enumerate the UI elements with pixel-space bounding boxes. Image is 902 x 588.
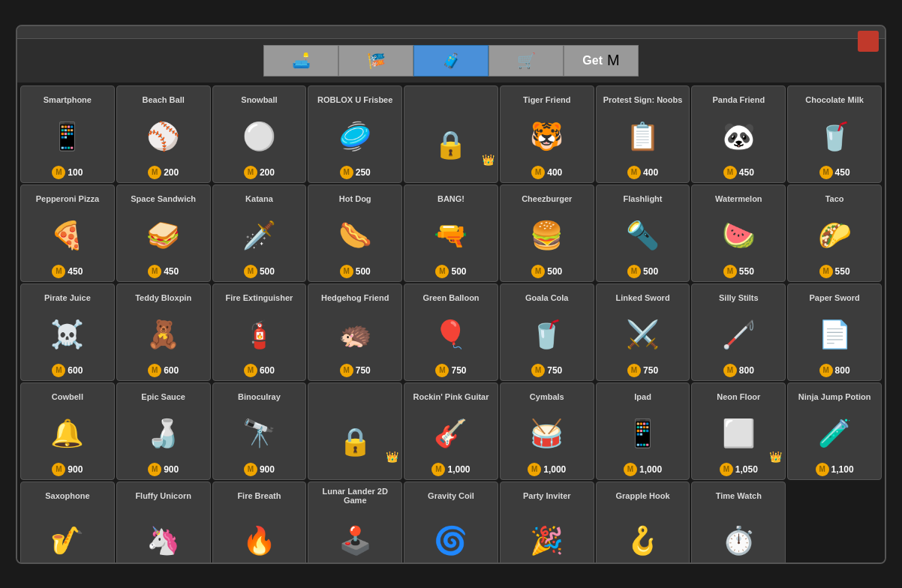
tab-bar: 🛋️ 🎏 🧳 🛒 Get M <box>17 39 885 82</box>
item-card[interactable]: Ninja Jump Potion🧪M1,100 <box>787 382 882 480</box>
item-card[interactable]: Linked Sword⚔️M750 <box>596 284 690 381</box>
item-card[interactable]: Pepperoni Pizza🍕M450 <box>20 184 115 282</box>
item-card[interactable]: Rockin' Pink Guitar🎸M1,000 <box>404 382 498 480</box>
coin-icon: M <box>340 265 353 278</box>
coin-icon: M <box>435 364 449 377</box>
item-price: M500 <box>627 265 658 278</box>
item-image: 🎸 <box>407 407 495 460</box>
crown-badge: 👑 <box>482 154 495 166</box>
coin-icon: M <box>531 364 545 377</box>
price-value: 900 <box>260 464 275 475</box>
item-image: 🕹️ <box>311 506 398 562</box>
price-value: 1,000 <box>639 464 662 475</box>
item-card[interactable]: Grapple Hook🪝 <box>596 482 690 562</box>
item-image: 🔒 <box>407 110 495 179</box>
item-card[interactable]: Pirate Juice☠️M600 <box>20 284 115 381</box>
item-price: M400 <box>531 166 562 179</box>
item-card[interactable]: Fluffy Unicorn🦄 <box>116 482 211 562</box>
coin-icon: M <box>624 463 637 476</box>
tab-decorations[interactable]: 🎏 <box>338 45 413 76</box>
item-image: 🍶 <box>120 407 207 460</box>
coin-icon: M <box>52 364 65 377</box>
item-image: ⚔️ <box>600 308 687 361</box>
item-card[interactable]: 🔒👑 <box>404 86 498 183</box>
item-card[interactable]: Cymbals🥁M1,000 <box>500 382 594 480</box>
item-image: 🔥 <box>216 506 303 562</box>
item-image: 🌀 <box>407 506 495 562</box>
item-card[interactable]: Teddy Bloxpin🧸M600 <box>116 284 211 381</box>
item-card[interactable]: Hot Dog🌭M500 <box>308 184 402 282</box>
item-price: M500 <box>244 265 275 278</box>
item-image: 📋 <box>600 110 687 163</box>
item-card[interactable]: 🔒👑 <box>308 382 402 480</box>
price-value: 200 <box>260 167 275 178</box>
item-card[interactable]: Cheezburger🍔M500 <box>500 184 594 282</box>
item-card[interactable]: Epic Sauce🍶M900 <box>116 382 211 480</box>
item-price: M1,000 <box>528 463 566 476</box>
item-price: M900 <box>52 463 83 476</box>
close-button[interactable] <box>858 31 879 52</box>
item-name: Protest Sign: Noobs <box>603 89 683 110</box>
item-card[interactable]: Tiger Friend🐯M400 <box>500 86 594 183</box>
item-card[interactable]: Saxophone🎷 <box>20 482 115 562</box>
item-name: Tiger Friend <box>523 89 570 110</box>
price-value: 400 <box>643 167 658 178</box>
coin-icon: M <box>720 463 733 476</box>
item-card[interactable]: Smartphone📱M100 <box>20 86 115 183</box>
item-price: M900 <box>148 463 179 476</box>
coin-icon: M <box>723 265 737 278</box>
item-card[interactable]: ROBLOX U Frisbee🥏M250 <box>308 86 402 183</box>
item-name: Teddy Bloxpin <box>135 287 191 308</box>
item-card[interactable]: Snowball⚪M200 <box>212 86 307 183</box>
item-name: Hot Dog <box>339 188 371 209</box>
item-card[interactable]: Beach Ball⚾M200 <box>116 86 211 183</box>
coin-icon: M <box>148 166 161 179</box>
item-card[interactable]: Neon Floor⬜M1,050👑 <box>691 382 786 480</box>
item-card[interactable]: Panda Friend🐼M450 <box>691 86 786 183</box>
tab-gear[interactable]: 🧳 <box>413 45 489 76</box>
item-image: 🪝 <box>600 506 687 562</box>
item-card[interactable]: Fire Breath🔥 <box>212 482 307 562</box>
item-card[interactable]: Gravity Coil🌀 <box>404 482 498 562</box>
item-card[interactable]: Space Sandwich🥪M450 <box>116 184 211 282</box>
item-card[interactable]: Flashlight🔦M500 <box>596 184 690 282</box>
item-image: 🥤 <box>504 308 591 361</box>
items-grid: Smartphone📱M100Beach Ball⚾M200Snowball⚪M… <box>17 82 885 562</box>
tab-shop[interactable]: 🛒 <box>489 45 564 76</box>
item-card[interactable]: Katana🗡️M500 <box>212 184 307 282</box>
item-card[interactable]: Ipad📱M1,000 <box>596 382 690 480</box>
tab-furniture[interactable]: 🛋️ <box>263 45 338 76</box>
item-name: Epic Sauce <box>141 386 185 407</box>
item-card[interactable]: Protest Sign: Noobs📋M400 <box>596 86 690 183</box>
item-image: 🔫 <box>407 209 495 262</box>
item-card[interactable]: Time Watch⏱️ <box>691 482 786 562</box>
price-value: 450 <box>68 266 83 277</box>
item-card[interactable]: BANG!🔫M500 <box>404 184 498 282</box>
item-card[interactable]: Goala Cola🥤M750 <box>500 284 594 381</box>
item-card[interactable]: Cowbell🔔M900 <box>20 382 115 480</box>
item-price: M450 <box>723 166 754 179</box>
item-card[interactable]: Hedgehog Friend🦔M750 <box>308 284 402 381</box>
item-card[interactable]: Binoculray🔭M900 <box>212 382 307 480</box>
item-card[interactable]: Lunar Lander 2D Game🕹️ <box>308 482 402 562</box>
item-card[interactable]: Taco🌮M550 <box>787 184 882 282</box>
item-card[interactable]: Fire Extinguisher🧯M600 <box>212 284 307 381</box>
item-name: Fire Extinguisher <box>226 287 293 308</box>
item-card[interactable]: Chocolate Milk🥤M450 <box>787 86 882 183</box>
item-card[interactable]: Green Balloon🎈M750 <box>404 284 498 381</box>
item-card[interactable]: Watermelon🍉M550 <box>691 184 786 282</box>
coin-icon: M <box>244 166 257 179</box>
item-image: 🎷 <box>24 506 111 562</box>
item-card[interactable]: Party Inviter🎉 <box>500 482 594 562</box>
price-value: 1,050 <box>735 464 758 475</box>
item-card[interactable]: Paper Sword📄M800 <box>787 284 882 381</box>
item-card[interactable]: Silly Stilts🦯M800 <box>691 284 786 381</box>
price-value: 250 <box>356 167 371 178</box>
item-name: Taco <box>825 188 844 209</box>
item-price: M750 <box>531 364 562 377</box>
item-name: ROBLOX U Frisbee <box>317 89 392 110</box>
item-image: 🌭 <box>311 209 398 262</box>
item-image: ⚪ <box>216 110 303 163</box>
item-price: M1,000 <box>624 463 662 476</box>
tab-get[interactable]: Get M <box>564 45 639 76</box>
